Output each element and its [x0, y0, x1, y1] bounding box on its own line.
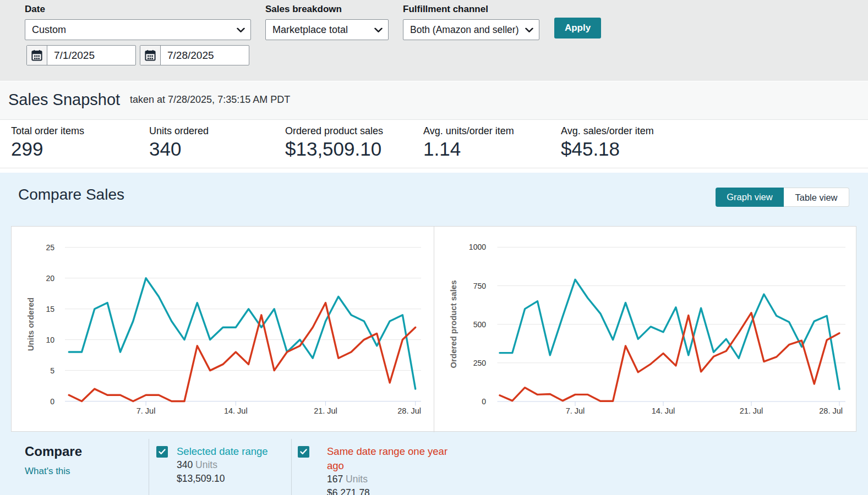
svg-text:Units ordered: Units ordered	[26, 298, 35, 351]
svg-text:750: 750	[473, 282, 487, 290]
svg-text:21. Jul: 21. Jul	[740, 406, 763, 415]
svg-text:28. Jul: 28. Jul	[819, 406, 843, 415]
svg-text:0: 0	[50, 397, 54, 406]
svg-text:7. Jul: 7. Jul	[137, 406, 156, 415]
svg-text:250: 250	[473, 359, 487, 367]
svg-text:14. Jul: 14. Jul	[224, 406, 248, 415]
svg-text:20: 20	[46, 274, 54, 283]
svg-text:28. Jul: 28. Jul	[397, 406, 421, 415]
svg-text:0: 0	[482, 397, 486, 406]
svg-text:Ordered product sales: Ordered product sales	[449, 280, 458, 368]
svg-text:7. Jul: 7. Jul	[566, 406, 585, 415]
svg-text:21. Jul: 21. Jul	[314, 406, 337, 415]
svg-text:15: 15	[46, 305, 54, 314]
svg-text:5: 5	[50, 366, 54, 375]
svg-text:25: 25	[46, 243, 54, 252]
svg-text:500: 500	[473, 320, 487, 329]
svg-text:10: 10	[46, 336, 54, 344]
svg-text:14. Jul: 14. Jul	[652, 406, 675, 415]
svg-text:1000: 1000	[469, 243, 486, 251]
